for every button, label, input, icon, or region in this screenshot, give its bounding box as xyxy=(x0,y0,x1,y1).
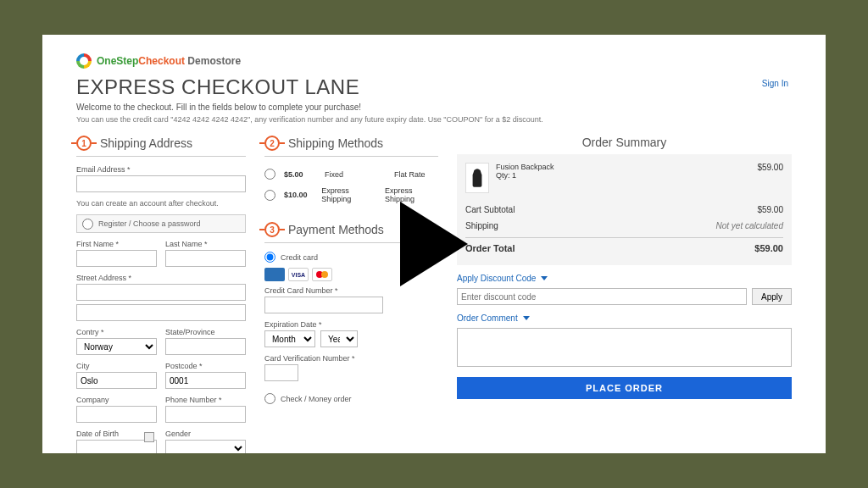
product-image xyxy=(465,163,489,193)
phone-label: Phone Number * xyxy=(165,396,246,404)
card-icons: VISA xyxy=(264,268,438,281)
shipping-method-flat[interactable]: $5.00FixedFlat Rate xyxy=(264,165,438,183)
order-comment-textarea[interactable] xyxy=(457,328,792,367)
street-label: Street Address * xyxy=(76,274,246,282)
payment-check-radio[interactable] xyxy=(264,393,275,404)
gender-select[interactable] xyxy=(165,440,246,453)
brand-part-a: OneStep xyxy=(97,55,138,67)
logo-icon xyxy=(76,53,92,69)
state-input[interactable] xyxy=(165,338,246,355)
payment-cc-label: Credit card xyxy=(281,253,318,262)
street-input-1[interactable] xyxy=(76,284,246,301)
cc-number-input[interactable] xyxy=(264,297,383,313)
exp-label: Expiration Date * xyxy=(264,320,438,329)
ship-carrier-2: Express Shipping xyxy=(385,186,438,203)
welcome-text: Welcome to the checkout. Fill in the fie… xyxy=(76,103,792,112)
checkout-page: OneStepCheckout Demostore EXPRESS CHECKO… xyxy=(42,35,826,453)
discount-input[interactable] xyxy=(457,288,747,305)
register-radio[interactable] xyxy=(82,219,93,230)
brand-logo: OneStepCheckout Demostore xyxy=(76,53,792,69)
ship-carrier-1: Flat Rate xyxy=(394,170,426,179)
cvv-input[interactable] xyxy=(264,364,298,381)
item-price: $59.00 xyxy=(757,163,783,172)
step-1-badge: 1 xyxy=(76,136,92,151)
exp-year-select[interactable]: Year xyxy=(320,330,358,347)
brand-suffix: Demostore xyxy=(185,55,241,67)
company-input[interactable] xyxy=(76,406,157,423)
country-select[interactable]: Norway xyxy=(76,338,157,355)
last-name-input[interactable] xyxy=(165,250,246,267)
postcode-input[interactable] xyxy=(165,372,246,389)
section-shipping-methods-title: Shipping Methods xyxy=(288,136,383,150)
calendar-icon[interactable] xyxy=(144,432,154,442)
step-3-badge: 3 xyxy=(264,222,280,237)
section-order-summary-title: Order Summary xyxy=(457,136,792,154)
page-title: EXPRESS CHECKOUT LANE xyxy=(76,75,792,99)
step-2-badge: 2 xyxy=(264,136,280,151)
hint-text: You can use the credit card "4242 4242 4… xyxy=(76,115,792,124)
order-total-row: Order Total$59.00 xyxy=(465,237,783,257)
order-summary-box: Fusion BackpackQty: 1 $59.00 Cart Subtot… xyxy=(457,154,792,265)
email-label: Email Address * xyxy=(76,165,246,174)
phone-input[interactable] xyxy=(165,406,246,423)
payment-cc-radio[interactable] xyxy=(264,252,275,263)
company-label: Company xyxy=(76,396,157,404)
brand-part-b: Checkout xyxy=(138,55,185,67)
shipping-method-express[interactable]: $10.00Express ShippingExpress Shipping xyxy=(264,183,438,207)
item-name: Fusion Backpack xyxy=(496,163,750,171)
cart-item: Fusion BackpackQty: 1 $59.00 xyxy=(465,163,783,193)
place-order-button[interactable]: PLACE ORDER xyxy=(457,377,792,399)
sign-in-link[interactable]: Sign In xyxy=(762,79,788,88)
ship-price-1: $5.00 xyxy=(284,170,316,179)
ship-price-2: $10.00 xyxy=(284,191,313,199)
order-summary-column: Order Summary Fusion BackpackQty: 1 $59.… xyxy=(457,136,792,453)
apply-discount-button[interactable]: Apply xyxy=(752,288,792,305)
city-input[interactable] xyxy=(76,372,157,389)
section-shipping-address-title: Shipping Address xyxy=(100,136,192,150)
mastercard-icon xyxy=(312,268,332,281)
street-input-2[interactable] xyxy=(76,304,246,321)
email-input[interactable] xyxy=(76,175,246,192)
state-label: State/Province xyxy=(165,328,246,336)
item-qty: Qty: 1 xyxy=(496,171,750,180)
account-note: You can create an account after checkout… xyxy=(76,199,246,208)
gender-label: Gender xyxy=(165,430,246,438)
register-toggle[interactable]: Register / Choose a password xyxy=(76,214,246,233)
visa-icon: VISA xyxy=(288,268,309,281)
ship-radio-1[interactable] xyxy=(264,169,275,180)
postcode-label: Postcode * xyxy=(165,362,246,370)
order-comment-toggle[interactable]: Order Comment xyxy=(457,313,792,323)
shipping-address-column: 1 Shipping Address Email Address * You c… xyxy=(76,136,246,453)
register-label: Register / Choose a password xyxy=(98,219,201,228)
city-label: City xyxy=(76,362,157,370)
country-label: Contry * xyxy=(76,328,157,336)
cc-number-label: Credit Card Number * xyxy=(264,286,438,295)
chevron-down-icon xyxy=(541,276,548,280)
section-payment-methods-title: Payment Methods xyxy=(288,223,384,236)
ship-name-1: Fixed xyxy=(325,170,386,179)
exp-month-select[interactable]: Month xyxy=(264,330,315,347)
logo-text: OneStepCheckout Demostore xyxy=(97,55,241,67)
chevron-down-icon xyxy=(523,316,530,320)
cvv-label: Card Verification Number * xyxy=(264,354,438,363)
ship-name-2: Express Shipping xyxy=(321,186,376,203)
subtotal-row: Cart Subtotal$59.00 xyxy=(465,202,783,218)
ship-radio-2[interactable] xyxy=(264,190,275,201)
last-name-label: Last Name * xyxy=(165,240,246,248)
first-name-label: First Name * xyxy=(76,240,157,248)
shipping-row: ShippingNot yet calculated xyxy=(465,218,783,234)
middle-column: 2 Shipping Methods $5.00FixedFlat Rate $… xyxy=(264,136,438,453)
first-name-input[interactable] xyxy=(76,250,157,267)
discount-toggle[interactable]: Apply Discount Code xyxy=(457,274,792,283)
amex-icon xyxy=(264,268,285,281)
payment-check-label: Check / Money order xyxy=(281,395,352,403)
